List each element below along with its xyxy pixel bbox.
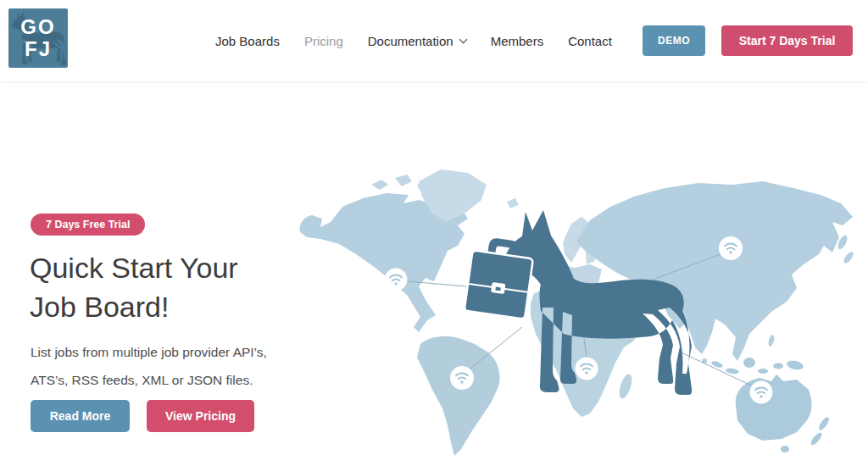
indonesia-islands — [710, 358, 804, 374]
hero-buttons: Read More View Pricing — [31, 400, 254, 432]
wifi-icon-africa — [576, 358, 598, 380]
view-pricing-button[interactable]: View Pricing — [147, 400, 254, 432]
nav-item-documentation[interactable]: Documentation — [368, 34, 466, 48]
page-title-line1: Quick Start Your — [30, 252, 238, 284]
nav-item-pricing[interactable]: Pricing — [304, 34, 343, 48]
nav-item-documentation-label: Documentation — [368, 34, 453, 48]
nav-item-job-boards[interactable]: Job Boards — [215, 34, 280, 48]
world-map-illustration — [292, 159, 868, 466]
world-map-svg — [292, 159, 868, 466]
logo-line2: FJ — [20, 38, 55, 60]
wifi-icon-north-america — [385, 269, 408, 291]
logo[interactable]: GO FJ — [8, 8, 68, 68]
hero-description: List jobs from multiple job provider API… — [31, 338, 267, 394]
nav-item-contact[interactable]: Contact — [568, 34, 612, 48]
hero-description-line1: List jobs from multiple job provider API… — [31, 345, 267, 359]
free-trial-badge: 7 Days Free Trial — [31, 214, 145, 236]
hero-description-line2: ATS’s, RSS feeds, XML or JSON files. — [31, 373, 253, 387]
chevron-down-icon — [459, 35, 467, 43]
nav-item-members[interactable]: Members — [491, 34, 544, 48]
wifi-icon-australia — [750, 381, 773, 404]
wifi-icon-south-america — [450, 366, 474, 390]
page-title: Quick Start Your Job Board! — [30, 248, 238, 326]
start-trial-button[interactable]: Start 7 Days Trial — [721, 25, 853, 56]
header: GO FJ Job Boards Pricing Documentation M… — [0, 0, 868, 81]
logo-line1: GO — [20, 16, 55, 38]
wifi-icon-russia — [719, 236, 743, 260]
main-nav: Job Boards Pricing Documentation Members… — [215, 0, 612, 81]
demo-button[interactable]: DEMO — [643, 25, 705, 56]
landing-page: GO FJ Job Boards Pricing Documentation M… — [0, 0, 868, 466]
logo-text: GO FJ — [20, 16, 55, 60]
read-more-button[interactable]: Read More — [31, 400, 130, 432]
page-title-line2: Job Board! — [30, 291, 169, 323]
